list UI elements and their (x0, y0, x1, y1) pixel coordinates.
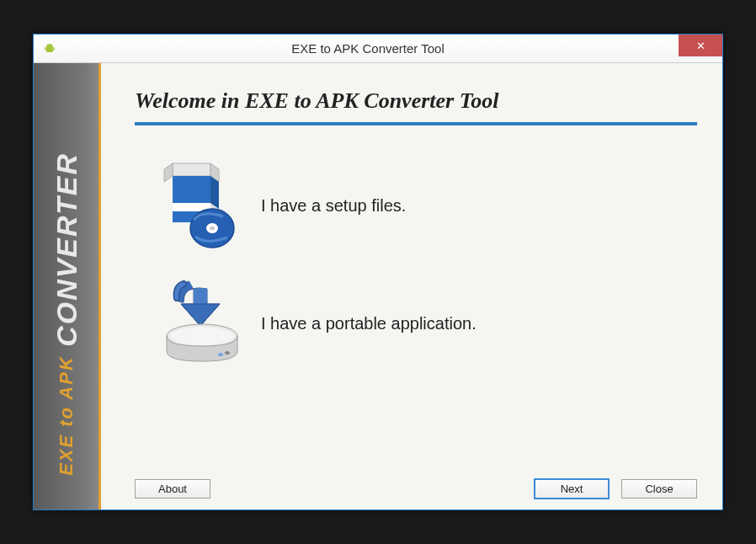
app-window: EXE to APK Converter Tool ✕ EXE to APK C… (33, 34, 723, 510)
svg-rect-2 (54, 47, 56, 51)
next-button[interactable]: Next (534, 478, 610, 499)
button-bar: About Next Close (135, 468, 697, 499)
option-setup-files[interactable]: I have a setup files. (160, 159, 697, 252)
titlebar[interactable]: EXE to APK Converter Tool ✕ (34, 35, 722, 63)
sidebar-line1: EXE to APK (56, 355, 77, 476)
svg-point-4 (51, 45, 52, 45)
sidebar-line2: CONVERTER (51, 152, 83, 347)
window-close-button[interactable]: ✕ (679, 35, 722, 56)
svg-point-14 (225, 351, 230, 355)
page-title: Welcome in EXE to APK Converter Tool (135, 88, 697, 125)
close-button[interactable]: Close (621, 479, 697, 499)
close-icon: ✕ (696, 40, 705, 52)
option-portable-app[interactable]: I have a portable application. (160, 277, 697, 370)
setup-box-disc-icon (160, 159, 244, 252)
svg-rect-0 (46, 46, 53, 52)
svg-point-13 (218, 353, 223, 356)
option-portable-label: I have a portable application. (261, 314, 476, 333)
about-button[interactable]: About (135, 479, 210, 499)
outer-frame: EXE to APK Converter Tool ✕ EXE to APK C… (0, 0, 756, 544)
sidebar-brand: EXE to APK CONVERTER (52, 152, 81, 476)
window-title: EXE to APK Converter Tool (64, 41, 722, 56)
svg-point-12 (170, 327, 234, 345)
android-icon (42, 41, 57, 56)
sidebar: EXE to APK CONVERTER (34, 63, 101, 509)
window-body: EXE to APK CONVERTER Welcome in EXE to A… (34, 63, 722, 509)
download-drive-icon (160, 277, 244, 370)
svg-point-3 (48, 45, 49, 45)
svg-point-10 (210, 227, 215, 231)
svg-rect-1 (45, 47, 46, 51)
option-setup-label: I have a setup files. (261, 196, 406, 216)
main-content: Welcome in EXE to APK Converter Tool (101, 63, 722, 509)
